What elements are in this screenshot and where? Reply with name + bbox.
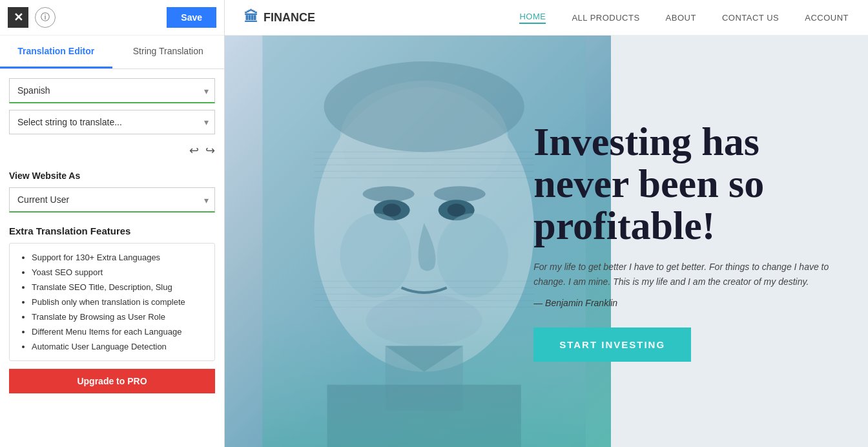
extra-features-section: Extra Translation Features Support for 1… [9,225,215,393]
svg-point-5 [434,186,486,202]
redo-button[interactable]: ↪ [205,143,215,158]
logo-text: FINANCE [264,11,315,25]
extra-features-title: Extra Translation Features [9,225,215,236]
top-bar: ✕ ⓘ Save [0,0,224,36]
save-button[interactable]: Save [167,7,216,28]
feature-item-2: Yoast SEO support [32,267,204,277]
nav-link-about[interactable]: ABOUT [666,13,696,23]
panel-content: Spanish French German Portuguese Italian… [0,69,224,447]
svg-point-12 [437,213,508,297]
info-button[interactable]: ⓘ [35,7,56,28]
website-preview: 🏛 FINANCE HOME ALL PRODUCTS ABOUT CONTAC… [225,0,868,447]
undo-redo-bar: ↩ ↪ [9,141,215,160]
undo-button[interactable]: ↩ [189,143,199,158]
upgrade-button[interactable]: Upgrade to PRO [9,369,215,393]
logo-icon: 🏛 [244,9,258,26]
hero-heading: Investing has never been so profitable! [533,121,829,247]
hero-attribution: — Benjamin Franklin [533,298,829,308]
hero-content: Investing has never been so profitable! … [514,36,868,447]
features-box: Support for 130+ Extra Languages Yoast S… [9,243,215,361]
feature-item-1: Support for 130+ Extra Languages [32,253,204,262]
feature-item-3: Translate SEO Title, Description, Slug [32,282,204,292]
svg-point-11 [340,213,411,297]
tab-string-translation[interactable]: String Translation [112,36,225,68]
nav-links: HOME ALL PRODUCTS ABOUT CONTACT US ACCOU… [519,12,849,24]
svg-point-9 [448,203,466,216]
nav-link-account[interactable]: ACCOUNT [805,13,849,23]
hero-section: Investing has never been so profitable! … [225,36,868,447]
hero-cta-button[interactable]: START INVESTING [533,327,691,362]
tab-bar: Translation Editor String Translation [0,36,224,69]
nav-link-all-products[interactable]: ALL PRODUCTS [572,13,639,23]
string-select-wrapper: Select string to translate... [9,110,215,134]
nav-logo: 🏛 FINANCE [244,9,315,26]
feature-item-7: Automatic User Language Detection [32,342,204,351]
string-select[interactable]: Select string to translate... [9,110,215,134]
svg-point-8 [383,203,401,216]
feature-item-4: Publish only when translation is complet… [32,297,204,307]
features-list: Support for 130+ Extra Languages Yoast S… [20,253,204,351]
hero-quote: For my life to get better I have to get … [533,260,829,289]
nav-bar: 🏛 FINANCE HOME ALL PRODUCTS ABOUT CONTAC… [225,0,868,36]
language-select[interactable]: Spanish French German Portuguese Italian [9,78,215,103]
feature-item-6: Different Menu Items for each Language [32,327,204,337]
view-website-label: View Website As [9,171,215,181]
svg-point-4 [363,186,415,202]
language-select-wrapper: Spanish French German Portuguese Italian [9,78,215,103]
feature-item-5: Translate by Browsing as User Role [32,312,204,322]
nav-link-contact[interactable]: CONTACT US [722,13,779,23]
user-role-select-wrapper: Current User Guest Administrator Editor [9,187,215,213]
close-button[interactable]: ✕ [8,7,28,28]
user-role-select[interactable]: Current User Guest Administrator Editor [9,187,215,213]
nav-link-home[interactable]: HOME [519,12,546,24]
tab-translation-editor[interactable]: Translation Editor [0,36,112,68]
svg-point-3 [324,61,524,152]
left-panel: ✕ ⓘ Save Translation Editor String Trans… [0,0,225,447]
